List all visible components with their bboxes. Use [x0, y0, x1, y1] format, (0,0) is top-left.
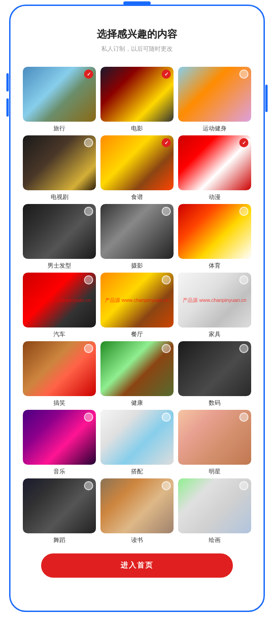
category-badge-tv — [84, 138, 93, 147]
category-label-movie: 电影 — [131, 124, 143, 133]
category-item-tv[interactable]: 电视剧 — [23, 135, 96, 201]
category-label-star: 明星 — [209, 467, 221, 476]
category-badge-travel: ✓ — [84, 70, 93, 79]
category-image-car: 产品源 www.chanpinyuan.cn — [23, 273, 96, 327]
category-image-furniture: 产品源 www.chanpinyuan.cn — [178, 273, 251, 327]
category-item-digital[interactable]: 数码 — [178, 341, 251, 407]
category-row: 电视剧✓食谱✓动漫 — [23, 135, 251, 201]
category-item-travel[interactable]: ✓旅行 — [23, 67, 96, 133]
enter-homepage-button[interactable]: 进入首页 — [41, 553, 233, 578]
category-badge-anime: ✓ — [239, 138, 248, 147]
category-item-car[interactable]: 产品源 www.chanpinyuan.cn汽车 — [23, 273, 96, 338]
category-badge-music — [84, 413, 93, 422]
categories-grid: ✓旅行✓电影运动健身电视剧✓食谱✓动漫男士发型摄影体育产品源 www.chanp… — [23, 67, 251, 544]
category-item-movie[interactable]: ✓电影 — [100, 67, 174, 133]
category-label-sports2: 体育 — [209, 262, 221, 270]
category-badge-hair — [84, 207, 93, 216]
category-badge-photo — [162, 207, 171, 216]
category-image-reading — [100, 478, 174, 533]
category-row: 舞蹈读书绘画 — [23, 478, 251, 544]
category-item-recipe[interactable]: ✓食谱 — [100, 135, 174, 201]
category-item-fashion[interactable]: 搭配 — [100, 410, 174, 476]
category-image-restaurant: 产品源 www.chanpinyuan.cn — [100, 273, 174, 327]
category-item-music[interactable]: 音乐 — [23, 410, 96, 476]
category-row: 产品源 www.chanpinyuan.cn汽车产品源 www.chanpiny… — [23, 273, 251, 338]
category-label-restaurant: 餐厅 — [131, 330, 143, 338]
category-label-dance: 舞蹈 — [53, 536, 65, 544]
category-label-furniture: 家具 — [209, 330, 221, 338]
category-item-sport[interactable]: 运动健身 — [178, 67, 251, 133]
category-image-travel: ✓ — [23, 67, 96, 122]
category-row: 音乐搭配明星 — [23, 410, 251, 476]
category-image-sports2 — [178, 204, 251, 259]
category-image-health — [100, 341, 174, 396]
category-label-hair: 男士发型 — [47, 262, 71, 270]
category-label-music: 音乐 — [53, 467, 65, 476]
category-label-tv: 电视剧 — [51, 193, 68, 201]
category-label-humor: 搞笑 — [53, 399, 65, 407]
category-item-furniture[interactable]: 产品源 www.chanpinyuan.cn家具 — [178, 273, 251, 338]
category-badge-reading — [162, 481, 171, 490]
category-item-sports2[interactable]: 体育 — [178, 204, 251, 270]
side-button-left1 — [6, 73, 9, 91]
category-image-sport — [178, 67, 251, 122]
category-item-star[interactable]: 明星 — [178, 410, 251, 476]
category-badge-restaurant — [162, 275, 171, 284]
category-image-fashion — [100, 410, 174, 465]
category-badge-movie: ✓ — [162, 70, 171, 79]
category-label-travel: 旅行 — [53, 124, 65, 133]
category-item-dance[interactable]: 舞蹈 — [23, 478, 96, 544]
category-badge-dance — [84, 481, 93, 490]
category-image-humor — [23, 341, 96, 396]
side-button-right — [265, 85, 268, 112]
category-badge-painting — [239, 481, 248, 490]
category-image-movie: ✓ — [100, 67, 174, 122]
category-item-humor[interactable]: 搞笑 — [23, 341, 96, 407]
category-image-tv — [23, 135, 96, 190]
category-badge-sport — [239, 70, 248, 79]
category-image-music — [23, 410, 96, 465]
category-item-health[interactable]: 健康 — [100, 341, 174, 407]
category-image-anime: ✓ — [178, 135, 251, 190]
category-badge-fashion — [162, 413, 171, 422]
category-item-hair[interactable]: 男士发型 — [23, 204, 96, 270]
category-badge-humor — [84, 344, 93, 353]
category-label-photo: 摄影 — [131, 262, 143, 270]
category-item-anime[interactable]: ✓动漫 — [178, 135, 251, 201]
category-row: 搞笑健康数码 — [23, 341, 251, 407]
category-image-photo — [100, 204, 174, 259]
category-image-painting — [178, 478, 251, 533]
page-subtitle: 私人订制，以后可随时更改 — [23, 45, 251, 53]
category-label-reading: 读书 — [131, 536, 143, 544]
category-image-digital — [178, 341, 251, 396]
category-row: 男士发型摄影体育 — [23, 204, 251, 270]
category-image-recipe: ✓ — [100, 135, 174, 190]
side-button-left2 — [6, 98, 9, 117]
category-image-star — [178, 410, 251, 465]
category-badge-health — [162, 344, 171, 353]
category-badge-car — [84, 275, 93, 284]
category-label-car: 汽车 — [53, 330, 65, 338]
category-badge-sports2 — [239, 207, 248, 216]
category-label-health: 健康 — [131, 399, 143, 407]
category-image-dance — [23, 478, 96, 533]
category-image-hair — [23, 204, 96, 259]
category-badge-digital — [239, 344, 248, 353]
category-badge-recipe: ✓ — [162, 138, 171, 147]
page-title: 选择感兴趣的内容 — [23, 27, 251, 41]
category-badge-furniture — [239, 275, 248, 284]
category-label-sport: 运动健身 — [203, 124, 227, 133]
category-row: ✓旅行✓电影运动健身 — [23, 67, 251, 133]
category-badge-star — [239, 413, 248, 422]
category-label-painting: 绘画 — [209, 536, 221, 544]
category-item-reading[interactable]: 读书 — [100, 478, 174, 544]
category-item-restaurant[interactable]: 产品源 www.chanpinyuan.cn餐厅 — [100, 273, 174, 338]
category-label-recipe: 食谱 — [131, 193, 143, 201]
category-item-painting[interactable]: 绘画 — [178, 478, 251, 544]
category-label-fashion: 搭配 — [131, 467, 143, 476]
category-item-photo[interactable]: 摄影 — [100, 204, 174, 270]
phone-frame: 选择感兴趣的内容 私人订制，以后可随时更改 ✓旅行✓电影运动健身电视剧✓食谱✓动… — [0, 0, 274, 644]
category-label-digital: 数码 — [209, 399, 221, 407]
category-label-anime: 动漫 — [209, 193, 221, 201]
main-content: 选择感兴趣的内容 私人订制，以后可随时更改 ✓旅行✓电影运动健身电视剧✓食谱✓动… — [0, 0, 274, 601]
